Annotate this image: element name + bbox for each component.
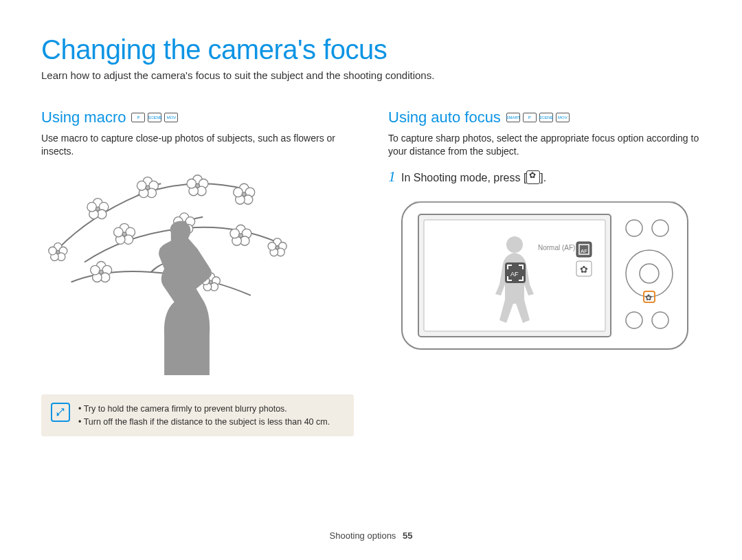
step-1: 1 In Shooting mode, press []. [388,169,701,184]
mode-icon: SMART [506,113,520,122]
svg-point-41 [239,234,243,238]
page-footer: Shooting options 55 [0,530,742,541]
section-body-autofocus: To capture sharp photos, select the appr… [388,132,701,158]
svg-point-80 [640,264,659,283]
svg-point-10 [137,181,146,190]
svg-point-22 [234,188,243,197]
svg-point-84 [652,312,668,328]
svg-point-58 [49,247,57,255]
svg-point-65 [209,280,212,284]
mode-icon: MOV [556,113,570,122]
note-icon [51,403,70,422]
camera-af-badge: AF [581,248,587,254]
svg-point-47 [276,246,279,249]
section-heading-autofocus: Using auto focus SMART P SCENE MOV [388,109,701,126]
section-body-macro: Use macro to capture close-up photos of … [41,132,354,158]
svg-point-46 [268,242,276,250]
mode-icon: P [131,113,145,122]
mode-icon: SCENE [539,113,553,122]
illustration-macro-flowers [41,169,354,375]
svg-point-52 [91,265,100,275]
svg-point-77 [626,220,642,236]
svg-point-28 [114,227,124,237]
macro-button-icon [526,170,540,184]
svg-point-5 [95,207,100,211]
svg-point-4 [87,202,97,212]
step-text-before: In Shooting mode, press [ [401,172,526,183]
step-text: In Shooting mode, press []. [401,170,546,184]
page-title: Changing the camera's focus [41,34,701,65]
tip-item: Turn off the flash if the distance to th… [78,416,343,429]
mode-icons-autofocus: SMART P SCENE MOV [506,113,570,122]
column-right: Using auto focus SMART P SCENE MOV To ca… [388,109,701,436]
mode-icon: SCENE [148,113,161,122]
page-subtitle: Learn how to adjust the camera's focus t… [41,69,701,81]
mode-icon: MOV [164,113,178,122]
section-heading-autofocus-text: Using auto focus [388,109,501,126]
footer-page-number: 55 [403,530,412,541]
camera-label-text: Normal (AF) [538,244,575,251]
footer-section: Shooting options [330,530,396,541]
svg-point-11 [146,186,150,190]
svg-point-16 [187,179,196,188]
section-heading-macro-text: Using macro [41,109,126,126]
mode-icons-macro: P SCENE MOV [131,113,178,122]
section-heading-macro: Using macro P SCENE MOV [41,109,354,126]
svg-text:AF: AF [510,271,519,278]
svg-text:✿: ✿ [645,293,652,302]
mode-icon: P [523,113,537,122]
camera-illustration: Normal (AF) AF ✿ AF [401,197,689,357]
tips-box: Try to hold the camera firmly to prevent… [41,394,354,437]
step-text-after: ]. [540,172,546,183]
svg-point-23 [242,192,246,197]
svg-point-29 [122,232,126,236]
step-number: 1 [388,169,396,184]
svg-point-53 [99,270,103,274]
svg-text:✿: ✿ [580,264,588,275]
column-left: Using macro P SCENE MOV Use macro to cap… [41,109,354,436]
svg-point-83 [626,312,642,328]
svg-point-78 [652,220,668,236]
tip-item: Try to hold the camera firmly to prevent… [78,403,343,416]
svg-point-70 [506,236,523,253]
svg-point-17 [196,183,200,188]
svg-point-40 [230,229,240,238]
svg-point-59 [56,250,60,254]
